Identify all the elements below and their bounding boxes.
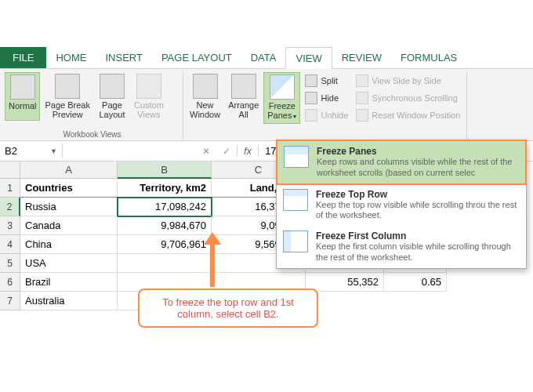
page-layout-icon xyxy=(100,74,125,99)
split-icon xyxy=(305,74,317,87)
arrange-all-icon xyxy=(231,74,256,99)
row-header[interactable]: 7 xyxy=(0,292,20,310)
row-header[interactable]: 5 xyxy=(0,254,20,273)
freeze-first-column-option[interactable]: Freeze First Column Keep the first colum… xyxy=(277,226,526,268)
callout-arrow-shaft xyxy=(210,240,215,287)
freeze-top-row-option[interactable]: Freeze Top Row Keep the top row visible … xyxy=(277,184,526,227)
unhide-button[interactable]: Unhide xyxy=(302,107,351,124)
cell[interactable]: 55,352 xyxy=(306,273,384,292)
new-window-button[interactable]: New Window xyxy=(187,72,223,124)
tab-page-layout[interactable]: PAGE LAYOUT xyxy=(152,47,241,68)
cell[interactable]: Territory, km2 xyxy=(118,179,212,198)
freeze-panes-option[interactable]: Freeze Panes Keep rows and columns visib… xyxy=(276,140,527,185)
column-header-a[interactable]: A xyxy=(20,162,118,179)
cancel-formula-icon[interactable]: ✕ xyxy=(196,146,216,157)
freeze-panes-button[interactable]: Freeze Panes▾ xyxy=(263,72,300,124)
cell[interactable]: Russia xyxy=(20,198,118,216)
chevron-down-icon: ▼ xyxy=(50,147,57,155)
cell[interactable]: China xyxy=(20,235,118,254)
cell[interactable]: 0.65 xyxy=(384,273,447,292)
freeze-panes-icon xyxy=(270,74,295,100)
cell[interactable]: Countries xyxy=(20,179,118,198)
custom-views-icon xyxy=(136,74,161,99)
cell[interactable]: 9,706,961 xyxy=(118,235,212,254)
row-header[interactable]: 3 xyxy=(0,216,20,235)
cell-selected[interactable]: 17,098,242 xyxy=(118,198,212,216)
page-break-preview-button[interactable]: Page Break Preview xyxy=(42,72,92,121)
hide-icon xyxy=(305,92,317,104)
tab-file[interactable]: FILE xyxy=(0,47,46,68)
side-by-side-icon xyxy=(356,74,368,87)
tab-home[interactable]: HOME xyxy=(46,47,96,68)
select-all-corner[interactable] xyxy=(0,162,20,179)
row-header[interactable]: 2 xyxy=(0,198,20,216)
tab-insert[interactable]: INSERT xyxy=(96,47,151,68)
sync-scrolling-button[interactable]: Synchronous Scrolling xyxy=(353,89,463,107)
chevron-down-icon: ▾ xyxy=(293,113,296,120)
unhide-icon xyxy=(305,109,317,122)
hide-button[interactable]: Hide xyxy=(302,89,351,107)
row-header[interactable]: 6 xyxy=(0,273,20,292)
normal-view-icon xyxy=(10,74,35,100)
enter-formula-icon[interactable]: ✓ xyxy=(216,146,237,157)
new-window-icon xyxy=(193,74,218,99)
cell[interactable]: USA xyxy=(20,254,118,273)
fx-icon[interactable]: fx xyxy=(237,145,259,157)
row-header[interactable]: 1 xyxy=(0,179,20,198)
freeze-first-column-icon xyxy=(283,230,308,252)
reset-window-position-button[interactable]: Reset Window Position xyxy=(353,107,463,124)
name-box[interactable]: B2 ▼ xyxy=(0,143,63,158)
cell[interactable]: Australia xyxy=(20,292,118,310)
tab-view[interactable]: VIEW xyxy=(285,47,332,69)
view-side-by-side-button[interactable]: View Side by Side xyxy=(353,72,463,89)
sync-scroll-icon xyxy=(356,92,368,104)
tab-data[interactable]: DATA xyxy=(241,47,286,68)
tab-review[interactable]: REVIEW xyxy=(332,47,391,68)
freeze-panes-dropdown: Freeze Panes Keep rows and columns visib… xyxy=(276,140,527,269)
freeze-top-row-icon xyxy=(283,189,308,211)
row-header[interactable]: 4 xyxy=(0,235,20,254)
workbook-views-group-label: Workbook Views xyxy=(2,130,183,139)
cell[interactable] xyxy=(118,254,212,273)
arrange-all-button[interactable]: Arrange All xyxy=(225,72,262,124)
instruction-callout: To freeze the top row and 1st column, se… xyxy=(138,289,318,328)
page-layout-button[interactable]: Page Layout xyxy=(95,72,129,121)
tab-formulas[interactable]: FORMULAS xyxy=(391,47,466,68)
ribbon: Normal Page Break Preview Page Layout Cu… xyxy=(0,69,533,141)
split-button[interactable]: Split xyxy=(302,72,351,89)
page-break-icon xyxy=(55,74,80,99)
normal-view-button[interactable]: Normal xyxy=(5,72,40,121)
cell[interactable]: 9,984,670 xyxy=(118,216,212,235)
reset-position-icon xyxy=(356,109,368,122)
column-header-b[interactable]: B xyxy=(118,162,212,179)
cell[interactable]: Brazil xyxy=(20,273,118,292)
cell[interactable]: Canada xyxy=(20,216,118,235)
ribbon-tabs: FILE HOME INSERT PAGE LAYOUT DATA VIEW R… xyxy=(0,47,533,69)
custom-views-button[interactable]: Custom Views xyxy=(131,72,167,121)
freeze-panes-option-icon xyxy=(284,146,309,168)
